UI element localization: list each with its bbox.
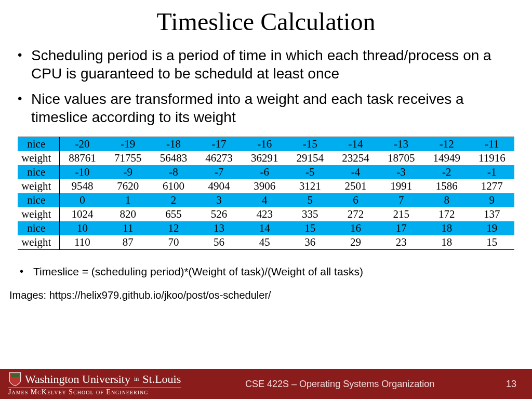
row-label-nice: nice <box>18 193 59 207</box>
table-row: nice -20-19-18-17-16-15-14-13-12-11 <box>18 137 514 152</box>
cell: 6 <box>333 193 379 207</box>
cell: 2 <box>151 193 196 207</box>
slide-footer: Washington University in St.Louis James … <box>0 369 532 399</box>
cell: -8 <box>151 165 196 179</box>
cell: 335 <box>287 207 333 221</box>
cell: 17 <box>378 221 424 235</box>
cell: 18705 <box>378 151 424 165</box>
cell: 9548 <box>59 179 105 193</box>
cell: -3 <box>378 165 424 179</box>
cell: 23254 <box>333 151 379 165</box>
table-row: weight 1024820655526423335272215172137 <box>18 207 514 221</box>
cell: -19 <box>105 137 151 152</box>
cell: 13 <box>196 221 242 235</box>
table-row: weight 887617175556483462733629129154232… <box>18 151 514 165</box>
weight-table-wrap: nice -20-19-18-17-16-15-14-13-12-11 weig… <box>0 134 532 256</box>
cell: 8 <box>424 193 470 207</box>
cell: 1991 <box>378 179 424 193</box>
row-label-weight: weight <box>18 207 59 221</box>
cell: 215 <box>378 207 424 221</box>
university-name-2: St.Louis <box>142 373 181 386</box>
row-label-nice: nice <box>18 137 59 152</box>
cell: 36291 <box>242 151 287 165</box>
cell: 11916 <box>470 151 514 165</box>
cell: 45 <box>242 235 287 250</box>
cell: 18 <box>424 221 470 235</box>
cell: 0 <box>59 193 105 207</box>
table-row: weight 954876206100490439063121250119911… <box>18 179 514 193</box>
cell: -7 <box>196 165 242 179</box>
cell: 11 <box>105 221 151 235</box>
table-row: nice 0123456789 <box>18 193 514 207</box>
cell: 12 <box>151 221 196 235</box>
cell: 87 <box>105 235 151 250</box>
cell: 423 <box>242 207 287 221</box>
cell: 1024 <box>59 207 105 221</box>
cell: 1586 <box>424 179 470 193</box>
cell: 110 <box>59 235 105 250</box>
cell: -4 <box>333 165 379 179</box>
cell: 820 <box>105 207 151 221</box>
cell: 14 <box>242 221 287 235</box>
cell: 14949 <box>424 151 470 165</box>
cell: -10 <box>59 165 105 179</box>
cell: 70 <box>151 235 196 250</box>
cell: 2501 <box>333 179 379 193</box>
row-label-nice: nice <box>18 165 59 179</box>
cell: -11 <box>470 137 514 152</box>
weight-table: nice -20-19-18-17-16-15-14-13-12-11 weig… <box>18 137 514 250</box>
cell: -5 <box>287 165 333 179</box>
cell: 15 <box>287 221 333 235</box>
cell: 3121 <box>287 179 333 193</box>
cell: 6100 <box>151 179 196 193</box>
cell: 172 <box>424 207 470 221</box>
cell: 23 <box>378 235 424 250</box>
cell: 526 <box>196 207 242 221</box>
cell: 1277 <box>470 179 514 193</box>
cell: 655 <box>151 207 196 221</box>
cell: 272 <box>333 207 379 221</box>
cell: -2 <box>424 165 470 179</box>
cell: 36 <box>287 235 333 250</box>
cell: 88761 <box>59 151 105 165</box>
row-label-weight: weight <box>18 235 59 250</box>
school-name: James McKelvey School of Engineering <box>8 387 181 396</box>
cell: 19 <box>470 221 514 235</box>
cell: 9 <box>470 193 514 207</box>
cell: 16 <box>333 221 379 235</box>
slide-title: Timeslice Calculation <box>0 0 532 46</box>
footer-logo: Washington University in St.Louis James … <box>0 369 189 399</box>
cell: 1 <box>105 193 151 207</box>
cell: -12 <box>424 137 470 152</box>
cell: 56 <box>196 235 242 250</box>
cell: 18 <box>424 235 470 250</box>
cell: 71755 <box>105 151 151 165</box>
bullet-item: Scheduling period is a period of time in… <box>31 46 514 83</box>
row-label-nice: nice <box>18 221 59 235</box>
cell: -15 <box>287 137 333 152</box>
cell: -20 <box>59 137 105 152</box>
table-row: nice 10111213141516171819 <box>18 221 514 235</box>
bullet-list: Scheduling period is a period of time in… <box>0 46 532 126</box>
cell: 5 <box>287 193 333 207</box>
cell: 15 <box>470 235 514 250</box>
image-credit: Images: https://helix979.github.io/jkoo/… <box>0 278 532 301</box>
cell: 4904 <box>196 179 242 193</box>
cell: -17 <box>196 137 242 152</box>
shield-icon <box>8 371 22 387</box>
row-label-weight: weight <box>18 179 59 193</box>
cell: 46273 <box>196 151 242 165</box>
cell: -14 <box>333 137 379 152</box>
formula-text: Timeslice = (scheduling period)*(Weight … <box>0 256 532 278</box>
cell: -18 <box>151 137 196 152</box>
bullet-item: Nice values are transformed into a weigh… <box>31 90 514 126</box>
cell: -9 <box>105 165 151 179</box>
cell: -13 <box>378 137 424 152</box>
cell: 29154 <box>287 151 333 165</box>
university-name-1: Washington University <box>25 373 130 386</box>
cell: 29 <box>333 235 379 250</box>
cell: -16 <box>242 137 287 152</box>
table-row: nice -10-9-8-7-6-5-4-3-2-1 <box>18 165 514 179</box>
cell: 137 <box>470 207 514 221</box>
cell: 7 <box>378 193 424 207</box>
